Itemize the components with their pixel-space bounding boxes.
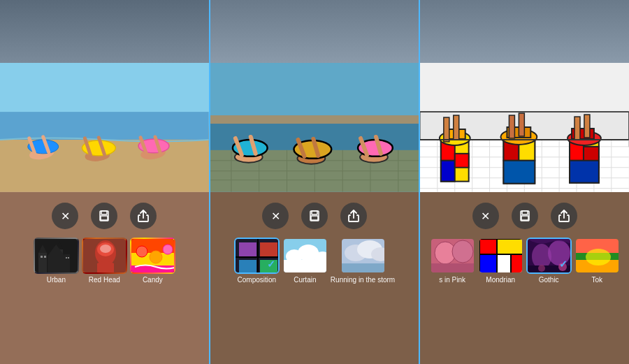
filter-item-gothic[interactable]: ✓ Gothic [526,238,572,284]
filter-item-composition[interactable]: ✓ Composition [234,238,280,284]
action-buttons-3: ✕ [472,203,577,229]
svg-rect-33 [68,257,69,259]
svg-rect-123 [431,263,475,274]
filter-label-composition: Composition [238,276,277,284]
filter-strip-2: ✓ Composition Curtain [210,238,419,284]
svg-rect-17 [101,211,107,214]
svg-point-40 [150,251,162,263]
svg-rect-72 [239,242,256,256]
filter-label-pink: s in Pink [439,276,465,284]
svg-rect-98 [454,115,459,140]
svg-rect-32 [66,257,67,259]
filter-thumb-curtain [282,238,328,274]
action-buttons-1: ✕ [52,203,157,229]
filter-item-storm[interactable]: Running in the storm [331,238,395,284]
panel-image-1 [0,63,209,192]
action-buttons-2: ✕ [262,203,367,229]
svg-point-135 [538,265,545,272]
panel-graphic: ✕ [420,0,629,364]
filter-label-gothic: Gothic [539,276,559,284]
svg-point-122 [452,240,473,263]
panel-top-1 [0,0,209,63]
beach-scene-cartoon [210,63,419,192]
filter-label-curtain: Curtain [294,276,316,284]
svg-rect-22 [41,256,43,258]
svg-rect-24 [49,256,55,274]
svg-point-37 [100,245,111,253]
filter-thumb-urban [34,238,79,274]
svg-rect-105 [509,115,515,138]
svg-point-41 [163,245,173,254]
filter-label-tok: Tok [591,276,602,284]
panel-bottom-3: ✕ [420,192,629,364]
svg-rect-26 [52,259,54,261]
svg-rect-23 [44,256,46,258]
filter-thumb-gothic: ✓ [526,238,572,274]
svg-rect-25 [50,259,52,261]
filter-label-mondrian: Mondrian [486,276,515,284]
svg-rect-102 [504,161,535,184]
panel-top-2 [210,0,419,63]
panel-image-2 [210,63,419,192]
filter-label-storm: Running in the storm [331,276,395,284]
svg-rect-97 [444,117,449,142]
filter-thumb-redhead [82,238,127,274]
svg-rect-70 [311,216,318,220]
close-button-3[interactable]: ✕ [472,203,499,229]
svg-rect-84 [342,263,386,274]
panel-photo: ✕ [0,0,210,364]
save-button-3[interactable] [512,203,538,229]
filter-thumb-candy [130,238,175,274]
filter-thumb-tok [574,238,620,274]
svg-rect-93 [441,161,455,182]
svg-point-39 [136,246,147,257]
svg-rect-114 [584,115,590,138]
panel-top-3 [420,0,629,63]
filter-item-pink[interactable]: s in Pink [430,238,475,284]
save-button-1[interactable] [91,203,117,229]
panel-bottom-2: ✕ [210,192,419,364]
filter-item-redhead[interactable]: Red Head [82,238,127,284]
svg-rect-74 [239,260,256,272]
filter-item-urban[interactable]: Urban [34,238,79,284]
filter-item-curtain[interactable]: Curtain [282,238,328,284]
svg-rect-125 [479,239,497,254]
svg-rect-128 [497,254,511,274]
share-button-2[interactable] [340,203,367,229]
close-button-2[interactable]: ✕ [262,203,289,229]
svg-rect-30 [60,253,62,254]
filter-label-redhead: Red Head [89,276,120,284]
filter-item-candy[interactable]: Candy [130,238,175,284]
svg-rect-119 [521,216,528,220]
svg-rect-113 [574,117,580,140]
filter-strip-3: s in Pink Mondrian [420,238,629,284]
svg-rect-129 [511,254,523,274]
filter-label-candy: Candy [143,276,163,284]
filter-item-mondrian[interactable]: Mondrian [478,238,523,284]
svg-point-139 [586,249,611,265]
svg-rect-29 [57,253,59,254]
svg-rect-94 [455,154,469,168]
panel-bottom-1: ✕ [0,192,209,364]
panel-cartoon: ✕ [210,0,421,364]
filter-thumb-storm [340,238,386,274]
filter-strip-1: Urban Red Head [0,238,209,284]
svg-rect-73 [260,242,277,256]
share-button-1[interactable] [130,203,157,229]
close-button-1[interactable]: ✕ [52,203,78,229]
panel-image-3 [420,63,629,192]
filter-thumb-pink [430,238,475,274]
svg-rect-55 [210,115,419,124]
svg-rect-18 [101,216,108,220]
filter-label-urban: Urban [47,276,66,284]
svg-rect-126 [497,239,523,254]
share-button-3[interactable] [551,203,577,229]
beach-scene-graphic [420,63,629,192]
save-button-2[interactable] [301,203,328,229]
filter-item-tok[interactable]: Tok [574,238,620,284]
svg-rect-27 [56,249,63,274]
filter-thumb-composition: ✓ [234,238,280,274]
filter-thumb-mondrian [478,238,523,274]
svg-rect-118 [522,211,528,214]
svg-rect-106 [519,113,525,136]
